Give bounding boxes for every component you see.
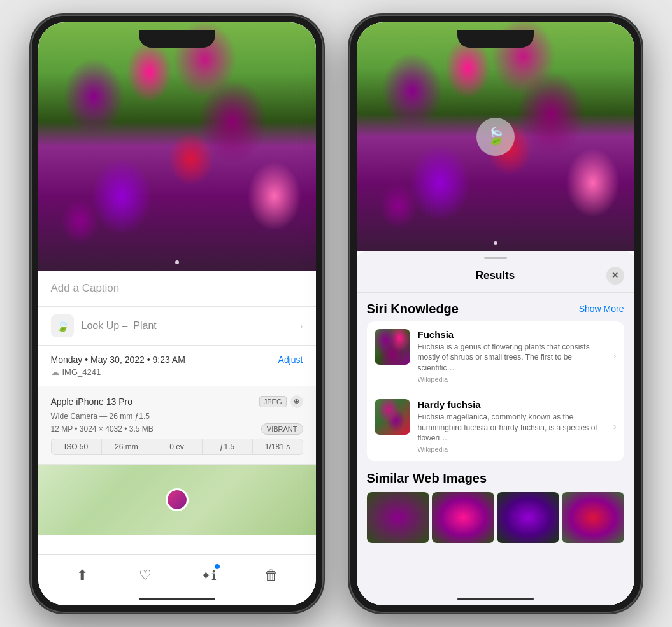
lookup-photo-area: 🍃: [357, 22, 634, 251]
location-icon: ⊕: [290, 395, 303, 408]
trash-icon: 🗑: [264, 567, 278, 584]
home-indicator-2: [457, 598, 534, 600]
hardy-chevron-icon: ›: [613, 421, 617, 432]
camera-lens: Wide Camera — 26 mm ƒ1.5: [51, 412, 303, 421]
date-text: Monday • May 30, 2022 • 9:23 AM: [51, 355, 185, 365]
info-icon: ✦ℹ: [201, 568, 217, 583]
photo-image[interactable]: [38, 22, 316, 271]
fuchsia-thumbnail: [375, 329, 410, 365]
fuchsia-thumb-image: [375, 329, 410, 365]
lookup-subject: Plant: [133, 320, 156, 331]
exif-ev: 0 ev: [152, 439, 203, 454]
exif-shutter: 1/181 s: [253, 439, 303, 454]
mute-button: [31, 97, 31, 120]
lookup-chevron-icon: ›: [300, 321, 303, 331]
specs-text: 12 MP • 3024 × 4032 • 3.5 MB: [51, 425, 154, 433]
volume-down-button-2: [349, 183, 350, 225]
fuchsia-content: Fuchsia Fuchsia is a genus of flowering …: [418, 329, 606, 383]
fuchsia-description: Fuchsia is a genus of flowering plants t…: [418, 342, 606, 374]
caption-area[interactable]: Add a Caption: [38, 271, 316, 307]
hardy-thumb-image: [375, 399, 410, 435]
phone-1-screen: Add a Caption 🍃 Look Up – Plant › Monday…: [38, 22, 316, 605]
results-header: Results ✕: [357, 264, 634, 293]
camera-model: Apple iPhone 13 Pro: [51, 397, 132, 407]
similar-section: Similar Web Images: [357, 466, 634, 543]
photo-detail-view[interactable]: Add a Caption 🍃 Look Up – Plant › Monday…: [38, 22, 316, 605]
lookup-label: Look Up – Plant: [82, 320, 157, 332]
similar-images-row: [367, 492, 624, 543]
hardy-name: Hardy fuchsia: [418, 399, 606, 410]
knowledge-item-fuchsia[interactable]: Fuchsia Fuchsia is a genus of flowering …: [367, 321, 624, 391]
volume-up-button-2: [349, 132, 350, 174]
filename-row: ☁ IMG_4241: [51, 367, 303, 377]
fuchsia-chevron-icon: ›: [613, 351, 617, 361]
sheet-handle[interactable]: [484, 257, 507, 259]
siri-leaf-icon: 🍃: [485, 127, 506, 146]
show-more-link[interactable]: Show More: [579, 304, 624, 314]
camera-section: Apple iPhone 13 Pro JPEG ⊕ Wide Camera —…: [38, 386, 316, 465]
meta-section: Monday • May 30, 2022 • 9:23 AM Adjust ☁…: [38, 346, 316, 386]
favorite-button[interactable]: ♡: [131, 561, 159, 589]
cloud-icon: ☁: [51, 367, 59, 377]
close-icon: ✕: [611, 271, 618, 280]
flower-background: [38, 22, 316, 271]
lookup-row[interactable]: 🍃 Look Up – Plant ›: [38, 307, 316, 346]
hardy-content: Hardy fuchsia Fuchsia magellanica, commo…: [418, 399, 606, 453]
format-badge: JPEG: [259, 396, 287, 407]
adjust-link[interactable]: Adjust: [278, 355, 303, 365]
page-indicator-2: [494, 241, 497, 245]
filename-text: IMG_4241: [62, 367, 101, 377]
home-indicator: [139, 598, 215, 600]
lookup-icon: 🍃: [51, 314, 74, 337]
similar-image-3[interactable]: [497, 492, 559, 543]
close-button[interactable]: ✕: [606, 267, 624, 285]
camera-model-row: Apple iPhone 13 Pro JPEG ⊕: [51, 395, 303, 408]
vibrant-badge: VIBRANT: [261, 423, 303, 435]
similar-image-1[interactable]: [367, 492, 429, 543]
hardy-source: Wikipedia: [418, 446, 606, 453]
lookup-prefix: Look Up –: [82, 320, 128, 331]
phone-2: 🍃 Results ✕ Siri: [349, 15, 642, 613]
lookup-results-screen: 🍃 Results ✕ Siri: [357, 22, 634, 605]
fuchsia-source: Wikipedia: [418, 376, 606, 383]
siri-knowledge-header: Siri Knowledge Show More: [357, 293, 634, 321]
info-button[interactable]: ✦ℹ: [194, 561, 222, 589]
volume-down-button: [31, 183, 31, 225]
caption-placeholder[interactable]: Add a Caption: [51, 282, 120, 294]
delete-button[interactable]: 🗑: [257, 561, 285, 589]
exif-focal: 26 mm: [102, 439, 152, 454]
exif-row: ISO 50 26 mm 0 ev ƒ1.5 1/181 s: [51, 439, 303, 455]
notch-2: [457, 30, 534, 48]
map-thumbnail: [166, 488, 189, 511]
results-title: Results: [385, 269, 606, 282]
map-area[interactable]: [38, 465, 316, 535]
similar-image-2[interactable]: [432, 492, 494, 543]
siri-visual-badge: 🍃: [476, 118, 515, 156]
exif-iso: ISO 50: [52, 439, 102, 454]
mute-button-2: [349, 97, 350, 120]
fuchsia-name: Fuchsia: [418, 329, 606, 340]
results-sheet: Results ✕ Siri Knowledge Show More: [357, 251, 634, 605]
similar-title: Similar Web Images: [367, 466, 624, 486]
power-button-2: [641, 116, 642, 161]
page-indicator: [175, 260, 179, 264]
phone-1: Add a Caption 🍃 Look Up – Plant › Monday…: [31, 15, 324, 613]
notch: [139, 30, 215, 48]
hardy-thumbnail: [375, 399, 410, 435]
exif-aperture: ƒ1.5: [203, 439, 253, 454]
knowledge-item-hardy[interactable]: Hardy fuchsia Fuchsia magellanica, commo…: [367, 391, 624, 461]
phone-2-screen: 🍃 Results ✕ Siri: [357, 22, 634, 605]
info-badge: [213, 563, 221, 570]
siri-knowledge-title: Siri Knowledge: [367, 302, 459, 316]
power-button: [323, 116, 324, 161]
share-icon: ⬆: [76, 567, 88, 584]
date-row: Monday • May 30, 2022 • 9:23 AM Adjust: [51, 355, 303, 365]
hardy-description: Fuchsia magellanica, commonly known as t…: [418, 412, 606, 444]
knowledge-card: Fuchsia Fuchsia is a genus of flowering …: [367, 321, 624, 461]
share-button[interactable]: ⬆: [68, 561, 96, 589]
heart-icon: ♡: [139, 567, 152, 584]
camera-specs: 12 MP • 3024 × 4032 • 3.5 MB VIBRANT: [51, 423, 303, 435]
similar-image-4[interactable]: [562, 492, 624, 543]
volume-up-button: [31, 132, 31, 174]
